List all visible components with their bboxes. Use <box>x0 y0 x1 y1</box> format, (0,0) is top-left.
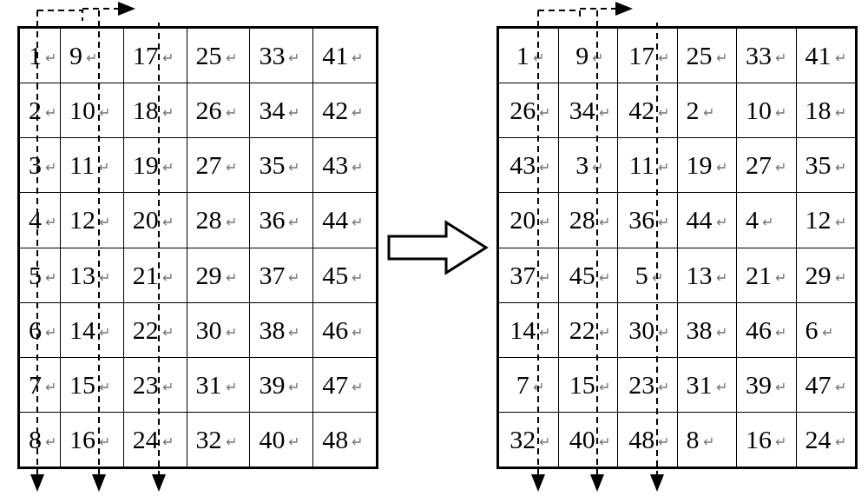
diagram-stage: 1↵9↵17↵25↵33↵41↵2↵10↵18↵26↵34↵42↵3↵11↵19… <box>0 0 868 503</box>
left-flow-arrows <box>0 0 868 503</box>
